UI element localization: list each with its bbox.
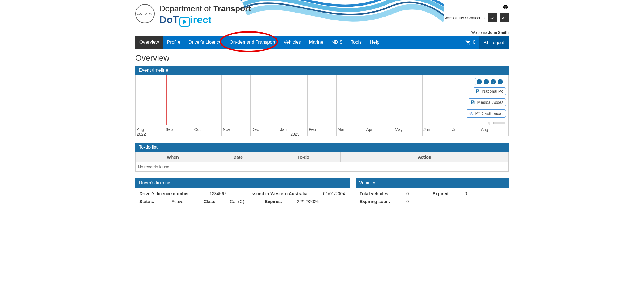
nav-overview[interactable]: Overview: [135, 36, 163, 49]
timeline-body[interactable]: AugSep OctNov DecJan FebMar AprMay JunJu…: [135, 75, 509, 136]
brand-logo: DoTirect: [159, 14, 251, 27]
licence-status-label: Status:: [139, 199, 163, 204]
panel-header-licence: Driver's licence: [135, 178, 350, 188]
cart-icon: [465, 40, 471, 45]
department-title: Department of Transport: [159, 4, 251, 13]
vehicles-expiring-value: 0: [406, 199, 409, 204]
todo-col-date: Date: [210, 152, 266, 162]
timeline-event[interactable]: National Po: [473, 87, 506, 95]
event-timeline-panel: Event timeline AugSep OctNov DecJan FebM…: [135, 66, 509, 136]
nav-marine[interactable]: Marine: [305, 36, 327, 49]
vehicles-panel: Vehicles Total vehicles: 0 Expired: 0 Ex…: [356, 178, 509, 207]
vehicles-total-value: 0: [406, 191, 424, 196]
licence-class-label: Class:: [204, 199, 221, 204]
todo-col-todo: To-do: [266, 152, 341, 162]
play-icon: [179, 17, 190, 27]
timeline-months: AugSep OctNov DecJan FebMar AprMay JunJu…: [136, 127, 508, 132]
font-decrease-button[interactable]: A⁻: [500, 13, 509, 22]
page-title: Overview: [135, 53, 509, 63]
accessibility-link[interactable]: Accessibility: [443, 16, 464, 20]
welcome-text: Welcome John Smith: [443, 30, 509, 35]
licence-expires-label: Expires:: [265, 199, 288, 204]
timeline-years: 2022 2023: [136, 132, 508, 137]
svg-point-1: [471, 112, 472, 113]
todo-col-action: Action: [341, 152, 509, 162]
svg-point-0: [469, 112, 470, 113]
licence-class-value: Car (C): [230, 199, 256, 204]
nav-vehicles[interactable]: Vehicles: [279, 36, 305, 49]
licence-expires-value: 22/12/2026: [297, 199, 319, 204]
todo-table: When Date To-do Action No records found.: [135, 152, 509, 172]
nav-ndis[interactable]: NDIS: [327, 36, 346, 49]
document-icon: [470, 100, 476, 105]
timeline-prev-icon[interactable]: ‹: [491, 79, 496, 84]
nav-tools[interactable]: Tools: [347, 36, 366, 49]
vehicles-expired-label: Expired:: [433, 191, 456, 196]
timeline-zoom-out-icon[interactable]: −: [484, 79, 489, 84]
timeline-zoom-in-icon[interactable]: +: [477, 79, 482, 84]
timeline-event[interactable]: Medical Asses: [468, 98, 506, 106]
licence-status-value: Active: [172, 199, 195, 204]
font-increase-button[interactable]: A⁺: [488, 13, 497, 22]
licence-issued-label: Issued in Western Australia:: [250, 191, 314, 196]
logout-icon: [484, 40, 488, 45]
nav-profile[interactable]: Profile: [163, 36, 184, 49]
timeline-controls: + − ‹ ›: [475, 78, 504, 85]
people-icon: [468, 111, 474, 116]
licence-issued-value: 01/01/2004: [323, 191, 345, 196]
drivers-licence-panel: Driver's licence Driver's licence number…: [135, 178, 350, 207]
todo-col-when: When: [136, 152, 210, 162]
crest-logo: GOVT OF WA: [135, 4, 155, 23]
cart-button[interactable]: 0: [462, 36, 479, 49]
panel-header-todo: To-do list: [135, 143, 509, 152]
contact-link[interactable]: Contact us: [467, 16, 485, 20]
nav-help[interactable]: Help: [366, 36, 384, 49]
document-icon: [475, 89, 481, 94]
vehicles-total-label: Total vehicles:: [360, 191, 398, 196]
timeline-range-slider[interactable]: [488, 122, 505, 124]
logout-button[interactable]: Logout: [479, 36, 509, 49]
todo-panel: To-do list When Date To-do Action No rec…: [135, 143, 509, 172]
panel-header-timeline: Event timeline: [135, 66, 509, 75]
panel-header-vehicles: Vehicles: [356, 178, 509, 188]
vehicles-expiring-label: Expiring soon:: [360, 199, 398, 204]
timeline-event[interactable]: PTD authorisati: [466, 109, 506, 118]
timeline-now-marker: [166, 75, 167, 125]
vehicles-expired-value: 0: [465, 191, 467, 196]
licence-number-label: Driver's licence number:: [139, 191, 201, 196]
nav-drivers-licence[interactable]: Driver's Licence: [184, 36, 225, 49]
print-icon[interactable]: [443, 4, 509, 12]
todo-empty: No records found.: [136, 162, 509, 172]
main-nav: Overview Profile Driver's Licence On-dem…: [135, 36, 509, 49]
nav-on-demand-transport[interactable]: On-demand Transport: [225, 36, 279, 49]
timeline-next-icon[interactable]: ›: [498, 79, 503, 84]
licence-number-value: 1234567: [209, 191, 242, 196]
